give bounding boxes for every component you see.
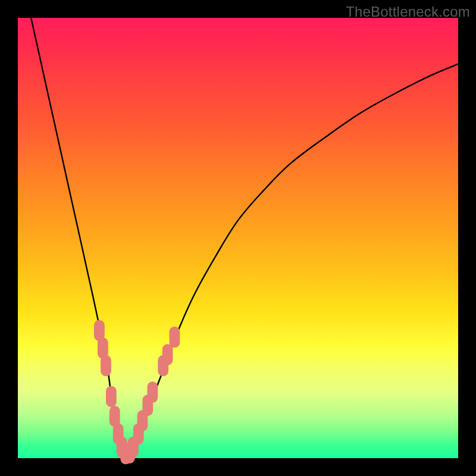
chart-frame: TheBottleneck.com [0,0,476,476]
bottleneck-curve [31,18,458,454]
data-marker [162,344,173,365]
data-marker [101,355,111,377]
data-marker [170,327,180,348]
chart-svg [18,18,458,458]
data-marker [106,386,117,408]
plot-area [18,18,458,458]
marker-layer [94,320,180,465]
watermark-text: TheBottleneck.com [346,4,470,20]
data-marker [148,381,158,403]
